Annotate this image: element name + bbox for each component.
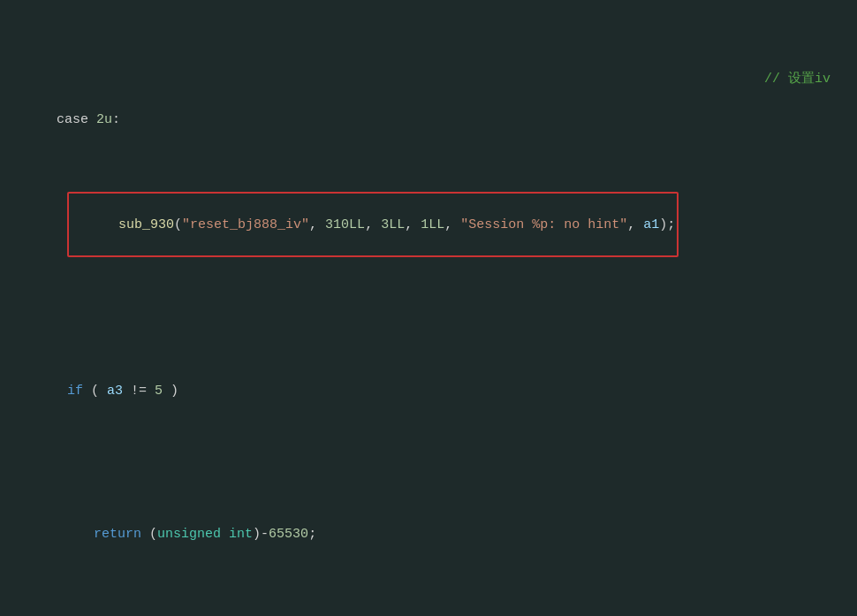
- code-line-highlight1: sub_930("reset_bj888_iv", 310LL, 3LL, 1L…: [9, 171, 848, 278]
- code-line: case 2u:: [9, 112, 120, 148]
- code-line: return (unsigned int)-65530;: [9, 504, 848, 566]
- code-line: if ( a3 != 5 ): [9, 360, 848, 422]
- code-viewer: case 2u: // 设置iv sub_930("reset_bj888_iv…: [0, 0, 857, 616]
- comment-setiv: // 设置iv: [764, 69, 830, 89]
